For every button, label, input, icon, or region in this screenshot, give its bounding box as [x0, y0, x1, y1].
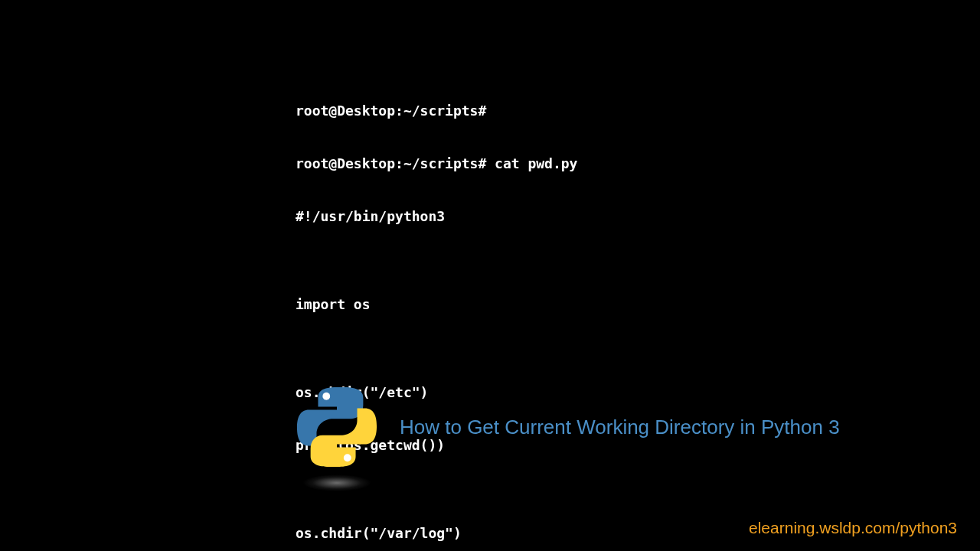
svg-point-0 — [322, 393, 330, 400]
terminal-line: root@Desktop:~/scripts# cat pwd.py — [296, 155, 577, 172]
svg-point-1 — [344, 454, 351, 461]
terminal-line: #!/usr/bin/python3 — [296, 207, 577, 225]
page-title: How to Get Current Working Directory in … — [400, 416, 840, 439]
logo-shadow — [302, 474, 371, 491]
title-section: How to Get Current Working Directory in … — [296, 386, 840, 468]
terminal-line: root@Desktop:~/scripts# — [296, 102, 577, 119]
terminal-line: os.chdir("/var/log") — [296, 524, 577, 542]
python-logo-icon — [296, 386, 378, 468]
footer-url: elearning.wsldp.com/python3 — [749, 519, 957, 537]
terminal-line: import os — [296, 295, 577, 313]
